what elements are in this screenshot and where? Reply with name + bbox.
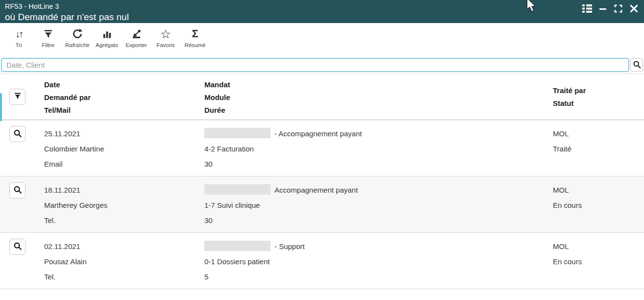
- toolbar: ↓↑ Tri Filtre Rafraîchir: [0, 23, 644, 57]
- row-channel: Email: [44, 156, 204, 172]
- filter-label: Filtre: [42, 42, 54, 48]
- redacted-client-name: [204, 184, 271, 195]
- row-duration: 30: [204, 156, 553, 172]
- row-col-date: 02.11.2021 Pousaz Alain Tel.: [44, 233, 204, 289]
- redacted-client-name: [204, 241, 271, 251]
- filter-button[interactable]: Filtre: [33, 27, 63, 48]
- sort-button[interactable]: ↓↑ Tri: [4, 27, 33, 48]
- star-icon: ☆: [160, 27, 171, 41]
- close-icon[interactable]: [629, 3, 639, 14]
- refresh-label: Rafraîchir: [65, 42, 90, 48]
- export-icon: [131, 27, 142, 41]
- row-detail-button[interactable]: [9, 182, 25, 199]
- bar-chart-icon: [101, 27, 113, 41]
- row-open-cell: [0, 120, 44, 176]
- row-col-mandate: - Accompagnement payant 4-2 Facturation …: [204, 120, 553, 176]
- row-open-cell: [0, 176, 44, 232]
- favorites-button[interactable]: ☆ Favoris: [151, 27, 180, 48]
- row-mandate: - Accompagnement payant: [274, 129, 362, 138]
- table-row: 02.11.2021 Pousaz Alain Tel. - Support 0…: [0, 233, 644, 289]
- row-mandate: - Support: [274, 242, 305, 250]
- window-controls: [582, 3, 639, 14]
- header-channel: Tel/Mail: [44, 104, 204, 117]
- row-mandate-line: Accompagnement payant: [204, 182, 553, 198]
- header-requested-by: Demandé par: [44, 91, 204, 104]
- sort-label: Tri: [16, 42, 22, 48]
- search-input[interactable]: [1, 58, 629, 72]
- refresh-icon: [72, 27, 83, 41]
- row-handled-by: MOL: [553, 126, 644, 141]
- search-row: [0, 57, 644, 74]
- row-module: 4-2 Facturation: [204, 141, 553, 156]
- maximize-icon[interactable]: [613, 3, 623, 14]
- row-requested-by: Martherey Georges: [44, 198, 204, 213]
- row-status: En cours: [553, 198, 644, 213]
- header-mandate: Mandat: [204, 78, 553, 91]
- row-channel: Tel.: [44, 213, 204, 228]
- row-col-mandate: Accompagnement payant 1-7 Suivi clinique…: [204, 176, 553, 232]
- row-open-cell: [0, 233, 44, 289]
- row-col-date: 18.11.2021 Martherey Georges Tel.: [44, 176, 204, 232]
- column-filter-button[interactable]: [9, 89, 25, 105]
- row-handled-by: MOL: [553, 239, 644, 254]
- filter-description: où Demandé par n'est pas nul: [5, 11, 639, 23]
- search-icon: [633, 60, 641, 70]
- header-filter-cell: [0, 74, 44, 120]
- table-row: 18.11.2021 Martherey Georges Tel. Accomp…: [0, 176, 644, 233]
- header-col-mandate: Mandat Module Durée: [204, 74, 553, 120]
- magnifier-icon: [13, 242, 22, 252]
- titlebar: RF53 - HotLine 3 où Demandé par n'est pa…: [0, 0, 644, 23]
- row-date: 02.11.2021: [44, 239, 204, 254]
- row-module: 1-7 Suivi clinique: [204, 198, 553, 213]
- export-label: Exporter: [125, 42, 147, 48]
- table-row: 25.11.2021 Colombier Martine Email - Acc…: [0, 120, 644, 176]
- header-module: Module: [204, 91, 553, 104]
- header-status: Statut: [553, 97, 644, 110]
- refresh-button[interactable]: Rafraîchir: [63, 27, 92, 48]
- results-table: Date Demandé par Tel/Mail Mandat Module …: [0, 74, 644, 289]
- row-requested-by: Colombier Martine: [44, 141, 204, 156]
- header-handled-by: Traité par: [553, 84, 644, 97]
- summary-button[interactable]: Σ Résumé: [180, 27, 210, 48]
- favorites-label: Favoris: [156, 42, 175, 48]
- aggregates-label: Agrégats: [96, 42, 118, 48]
- magnifier-icon: [13, 185, 22, 196]
- row-date: 18.11.2021: [44, 182, 204, 198]
- window-title: RF53 - HotLine 3: [5, 2, 639, 11]
- header-duration: Durée: [204, 104, 553, 117]
- redacted-client-name: [204, 128, 271, 138]
- row-status: En cours: [553, 254, 644, 269]
- row-date: 25.11.2021: [44, 126, 204, 141]
- row-mandate: Accompagnement payant: [274, 186, 358, 194]
- table-header: Date Demandé par Tel/Mail Mandat Module …: [0, 74, 644, 120]
- row-requested-by: Pousaz Alain: [44, 254, 204, 269]
- list-view-icon[interactable]: [582, 3, 592, 14]
- sigma-icon: Σ: [192, 27, 198, 41]
- row-detail-button[interactable]: [9, 126, 25, 142]
- filter-icon: [43, 27, 54, 41]
- summary-label: Résumé: [185, 42, 206, 48]
- aggregates-button[interactable]: Agrégats: [92, 27, 122, 48]
- row-mandate-line: - Accompagnement payant: [204, 126, 553, 141]
- row-duration: 5: [204, 269, 553, 284]
- header-col-date: Date Demandé par Tel/Mail: [44, 74, 204, 120]
- filter-funnel-icon: [13, 92, 22, 102]
- row-module: 0-1 Dossiers patient: [204, 254, 553, 269]
- header-date: Date: [44, 78, 204, 91]
- row-status: Traité: [553, 141, 644, 156]
- search-button[interactable]: [630, 58, 643, 72]
- row-channel: Tel.: [44, 269, 204, 284]
- magnifier-icon: [13, 129, 22, 139]
- row-col-date: 25.11.2021 Colombier Martine Email: [44, 120, 204, 176]
- hotline-window: RF53 - HotLine 3 où Demandé par n'est pa…: [0, 0, 644, 300]
- header-col-status: Traité par Statut: [553, 74, 644, 120]
- row-col-status: MOL Traité: [553, 120, 644, 176]
- row-detail-button[interactable]: [9, 239, 25, 255]
- row-mandate-line: - Support: [204, 239, 553, 254]
- export-button[interactable]: Exporter: [122, 27, 151, 48]
- row-col-status: MOL En cours: [553, 233, 644, 289]
- sort-icon: ↓↑: [15, 27, 22, 41]
- minimize-icon[interactable]: [597, 3, 608, 14]
- row-handled-by: MOL: [553, 182, 644, 198]
- row-col-mandate: - Support 0-1 Dossiers patient 5: [204, 233, 553, 289]
